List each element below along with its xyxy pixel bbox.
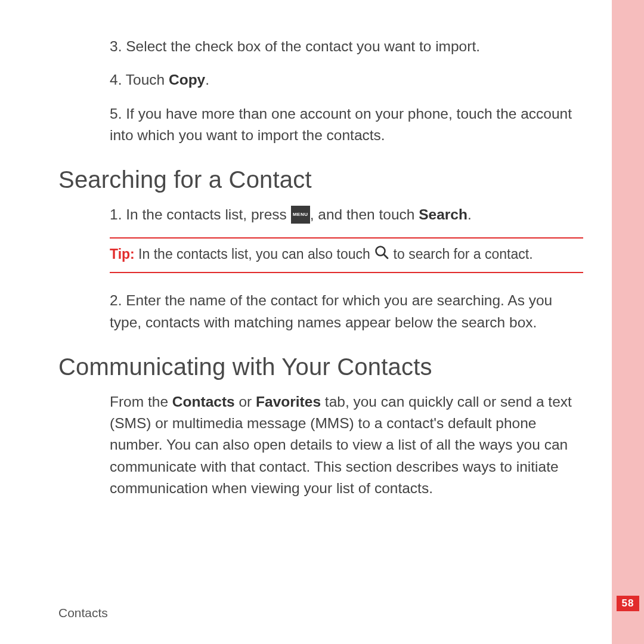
step-number: 5. [110, 106, 122, 122]
para-pre: From the [110, 394, 172, 410]
step-text-bold: Copy [169, 72, 205, 88]
page-number-badge: 58 [617, 596, 639, 611]
step-4: 4. Touch Copy. [58, 69, 583, 91]
heading-communicating: Communicating with Your Contacts [58, 354, 583, 380]
step-text-post: , and then touch [310, 206, 419, 222]
step-text: Enter the name of the contact for which … [110, 292, 552, 330]
side-margin-bar [612, 0, 644, 644]
para-mid1: or [235, 394, 256, 410]
para-bold-contacts: Contacts [172, 394, 235, 410]
tip-label: Tip: [110, 246, 135, 262]
heading-searching: Searching for a Contact [58, 166, 583, 193]
search-step-1: 1. In the contacts list, press MENU, and… [58, 204, 583, 225]
step-text-end: . [467, 206, 472, 222]
tip-text-post: to search for a contact. [389, 246, 532, 262]
step-number: 2. [110, 292, 122, 308]
step-text: If you have more than one account on you… [110, 106, 572, 143]
step-5: 5. If you have more than one account on … [58, 103, 583, 147]
step-number: 1. [110, 206, 122, 222]
step-number: 4. [110, 72, 122, 88]
footer-section-label: Contacts [58, 606, 108, 620]
step-text-bold: Search [419, 206, 467, 222]
step-3: 3. Select the check box of the contact y… [58, 36, 583, 57]
svg-line-1 [384, 255, 388, 258]
search-step-2: 2. Enter the name of the contact for whi… [58, 290, 583, 333]
page-number: 58 [622, 597, 634, 609]
search-icon [374, 244, 389, 264]
tip-box: Tip: In the contacts list, you can also … [110, 237, 583, 273]
step-text-pre: Touch [126, 72, 169, 88]
para-bold-favorites: Favorites [256, 394, 321, 410]
page-content: 3. Select the check box of the contact y… [58, 36, 583, 499]
tip-text-pre: In the contacts list, you can also touch [135, 246, 374, 262]
menu-icon: MENU [291, 206, 310, 224]
step-text-pre: In the contacts list, press [126, 206, 290, 222]
step-text-post: . [205, 72, 209, 88]
step-text: Select the check box of the contact you … [126, 38, 480, 54]
step-number: 3. [110, 38, 122, 54]
communicating-paragraph: From the Contacts or Favorites tab, you … [58, 391, 583, 499]
